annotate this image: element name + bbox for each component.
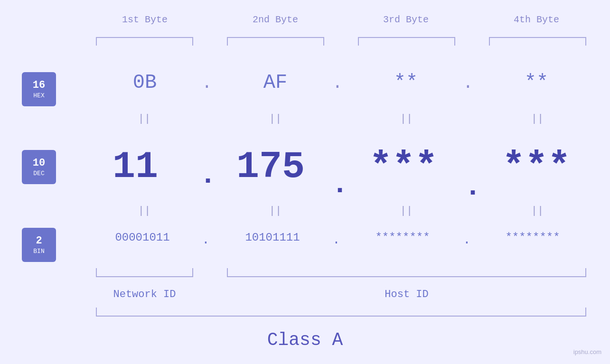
hex-val-col4: ** [489,71,584,94]
col3-header: 3rd Byte [358,14,453,25]
main-container: { "badges": { "hex": { "num": "16", "lab… [0,0,610,364]
vline-t4l [489,37,490,46]
vline-b2l [227,268,228,277]
class-label: Class A [0,330,610,350]
vline-t4r [585,37,586,46]
hex-dot-2: . [332,74,343,93]
col1-header: 1st Byte [97,14,192,25]
bin-badge: 2 BIN [22,228,56,262]
eq-sign-2-hex-dec: || [268,113,282,125]
bin-val-col4: ******** [485,231,580,244]
bracket-top-1 [96,37,193,38]
hex-val-col1: 0B [97,71,192,94]
dec-badge: 10 DEC [22,150,56,184]
vline-t1l [96,37,97,46]
bracket-top-2 [227,37,324,38]
vline-t3l [358,37,359,46]
col4-header: 4th Byte [489,14,584,25]
eq-sign-4-dec-bin: || [530,205,544,217]
dec-val-col2: 175 [218,145,323,188]
dec-dot-2: . [331,168,348,201]
eq-sign-3-hex-dec: || [399,113,413,125]
vline-t3r [454,37,455,46]
bracket-bottom-all [96,316,586,317]
vline-t2r [323,37,324,46]
hex-dot-1: . [202,74,212,93]
eq-sign-3-dec-bin: || [399,205,413,217]
vline-b4r [585,268,586,277]
hex-val-col2: AF [228,71,323,94]
dec-val-col4: *** [479,145,593,188]
bin-val-col1: 00001011 [95,231,190,244]
eq-sign-4-hex-dec: || [530,113,544,125]
eq-sign-1-hex-dec: || [137,113,151,125]
bin-dot-2: . [332,233,340,247]
hex-badge-num: 16 [33,79,45,92]
hex-badge-label: HEX [33,92,44,99]
bin-badge-num: 2 [36,235,42,247]
bin-badge-label: BIN [33,248,44,255]
bracket-bottom-host [227,276,586,277]
vline-b1l [96,268,97,277]
bin-dot-1: . [202,233,210,247]
watermark: ipshu.com [573,348,601,355]
hex-badge: 16 HEX [22,72,56,106]
dec-dot-1: . [199,159,216,191]
eq-sign-2-dec-bin: || [268,205,282,217]
hex-val-col3: ** [358,71,453,94]
vline-ball-l [96,308,97,316]
vline-ball-r [585,308,586,316]
bin-val-col3: ******** [355,231,450,244]
bin-val-col2: 10101111 [225,231,320,244]
host-id-label: Host ID [227,289,586,300]
network-id-label: Network ID [96,289,193,300]
bracket-top-3 [358,37,455,38]
vline-t1r [192,37,193,46]
dec-dot-3: . [464,171,481,203]
vline-t2l [227,37,228,46]
dec-badge-label: DEC [33,170,44,177]
vline-b1r [192,268,193,277]
eq-sign-1-dec-bin: || [137,205,151,217]
bracket-bottom-network [96,276,193,277]
bin-dot-3: . [463,233,471,247]
bracket-top-4 [489,37,586,38]
dec-val-col1: 11 [88,145,183,188]
col2-header: 2nd Byte [228,14,323,25]
hex-dot-3: . [463,74,473,93]
dec-badge-num: 10 [33,157,45,169]
dec-val-col3: *** [351,145,456,188]
